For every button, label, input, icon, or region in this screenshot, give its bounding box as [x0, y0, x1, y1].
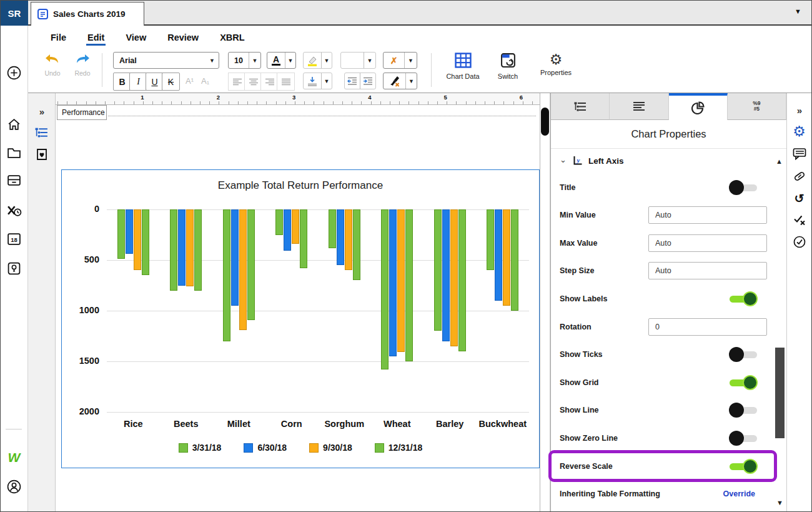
chevron-down-icon[interactable]: ⌄ [560, 155, 567, 164]
outline-tree-icon[interactable] [34, 124, 50, 141]
archive-icon[interactable] [6, 172, 22, 188]
input-max-value[interactable] [648, 234, 767, 252]
underline-button[interactable]: U [146, 73, 164, 91]
property-label: Step Size [560, 266, 595, 275]
document-tab[interactable]: Sales Charts 2019 [31, 2, 144, 26]
clear-x-icon[interactable]: ✗ [384, 53, 404, 68]
formula-history-icon[interactable] [6, 202, 22, 218]
format-painter-icon[interactable] [384, 73, 405, 89]
property-label: Reverse Scale [560, 462, 613, 471]
app-window: SR Sales Charts 2019 ▼ 18 W [0, 0, 812, 512]
align-justify-button[interactable] [277, 73, 295, 91]
style-select[interactable]: ▼ [340, 52, 376, 69]
italic-button[interactable]: I [129, 73, 147, 91]
toggle-knob [729, 347, 744, 362]
menu-xbrl[interactable]: XBRL [219, 29, 245, 46]
chart-tab[interactable] [669, 93, 728, 120]
menu-review[interactable]: Review [166, 29, 200, 46]
history-icon[interactable]: ↺ [791, 190, 808, 206]
review-check-x-icon[interactable] [791, 212, 808, 228]
app-logo[interactable]: SR [1, 1, 28, 26]
bookmark-heart-icon[interactable] [34, 146, 50, 163]
ideas-lamp-icon[interactable] [6, 260, 22, 276]
font-family-select[interactable]: Arial ▼ [113, 52, 219, 69]
font-size-select[interactable]: 10 ▼ [228, 52, 261, 69]
chart-data-button[interactable]: Chart Data [439, 53, 487, 80]
panel-scrollbar-thumb[interactable] [775, 348, 785, 438]
caret-down-icon[interactable]: ▼ [321, 73, 332, 89]
override-link[interactable]: Override [723, 489, 755, 498]
redo-button[interactable]: Redo [69, 54, 96, 77]
highlight-color-button[interactable]: ▼ [303, 52, 332, 69]
align-left-button[interactable] [228, 73, 246, 91]
user-account-icon[interactable] [6, 478, 22, 494]
canvas-vertical-scrollbar[interactable] [540, 93, 550, 511]
toggle-show-grid[interactable] [729, 375, 758, 390]
decrease-indent-icon[interactable] [345, 73, 360, 89]
highlighter-icon[interactable] [304, 53, 321, 68]
collapse-panel-icon[interactable]: » [791, 102, 808, 118]
toggle-show-ticks[interactable] [729, 347, 758, 362]
caret-down-icon[interactable]: ▼ [285, 53, 295, 68]
superscript-button[interactable]: A¹ [182, 73, 197, 89]
sheet-tab-performance[interactable]: Performance [57, 105, 107, 120]
vertical-align-icon[interactable] [304, 73, 321, 89]
toggle-show-zero-line[interactable] [729, 431, 758, 446]
files-folder-icon[interactable] [6, 144, 22, 161]
approval-check-circle-icon[interactable] [791, 234, 808, 250]
panel-scroll-down-icon[interactable]: ▼ [776, 499, 783, 506]
toggle-reverse-scale[interactable] [729, 459, 758, 474]
tabbar-dropdown-icon[interactable]: ▼ [795, 8, 801, 15]
home-icon[interactable] [6, 116, 22, 133]
menu-view[interactable]: View [124, 29, 147, 46]
create-plus-icon[interactable] [6, 64, 22, 81]
format-painter-button[interactable]: ▼ [383, 73, 417, 89]
toggle-show-line[interactable] [729, 403, 758, 418]
input-rotation[interactable] [648, 318, 767, 336]
vertical-align-button[interactable]: ▼ [303, 73, 332, 89]
toggle-title[interactable] [729, 180, 758, 195]
outline-tab[interactable] [551, 93, 610, 120]
workiva-logo-icon[interactable]: W [6, 449, 22, 466]
font-color-icon[interactable]: A [267, 53, 285, 68]
comments-icon[interactable] [791, 146, 808, 162]
ruler-number: 4 [368, 94, 371, 101]
align-right-button[interactable] [260, 73, 279, 91]
align-center-button[interactable] [244, 73, 262, 91]
input-min-value[interactable] [648, 206, 767, 224]
property-label: Title [560, 183, 575, 192]
menu-edit[interactable]: Edit [86, 29, 106, 46]
attachment-icon[interactable] [791, 168, 808, 184]
chart-frame[interactable]: Example Total Return Performance05001000… [61, 169, 540, 468]
settings-gear-icon[interactable]: ⚙ [791, 123, 808, 139]
font-color-button[interactable]: A ▼ [267, 52, 296, 69]
clear-formatting-button[interactable]: ✗ ▼ [383, 52, 417, 69]
x-axis-category-label: Millet [212, 419, 265, 429]
caret-down-icon[interactable]: ▼ [404, 53, 417, 68]
x-axis-category-label: Barley [423, 419, 477, 429]
right-rail: » ⚙ ↺ [786, 93, 811, 511]
caret-down-icon[interactable]: ▼ [249, 53, 260, 68]
caret-down-icon[interactable]: ▼ [364, 53, 375, 68]
number-format-tab[interactable]: %9#5 [728, 93, 786, 120]
calendar-icon[interactable]: 18 [6, 231, 22, 247]
menu-file[interactable]: File [49, 29, 67, 46]
left-axis-section-header[interactable]: ⌄ y Left Axis [551, 148, 786, 173]
caret-down-icon[interactable]: ▼ [321, 53, 332, 68]
increase-indent-icon[interactable] [360, 73, 375, 89]
bar-rice-3-31-18 [117, 209, 125, 259]
properties-button[interactable]: ⚙ Properties [531, 53, 581, 76]
input-step-size[interactable] [648, 262, 767, 279]
expand-panel-icon[interactable]: » [34, 103, 50, 119]
paragraph-tab[interactable] [610, 93, 668, 120]
panel-scroll-up-icon[interactable]: ▲ [776, 158, 783, 165]
undo-button[interactable]: Undo [39, 54, 66, 77]
scrollbar-thumb[interactable] [541, 108, 549, 136]
toggle-show-labels[interactable] [729, 291, 758, 306]
caret-down-icon[interactable]: ▼ [405, 73, 417, 89]
subscript-button[interactable]: A₁ [197, 73, 213, 89]
strikethrough-button[interactable]: K [162, 73, 180, 91]
bold-button[interactable]: B [113, 73, 131, 91]
legend-label: 6/30/18 [257, 443, 287, 453]
switch-button[interactable]: Switch [490, 53, 525, 80]
